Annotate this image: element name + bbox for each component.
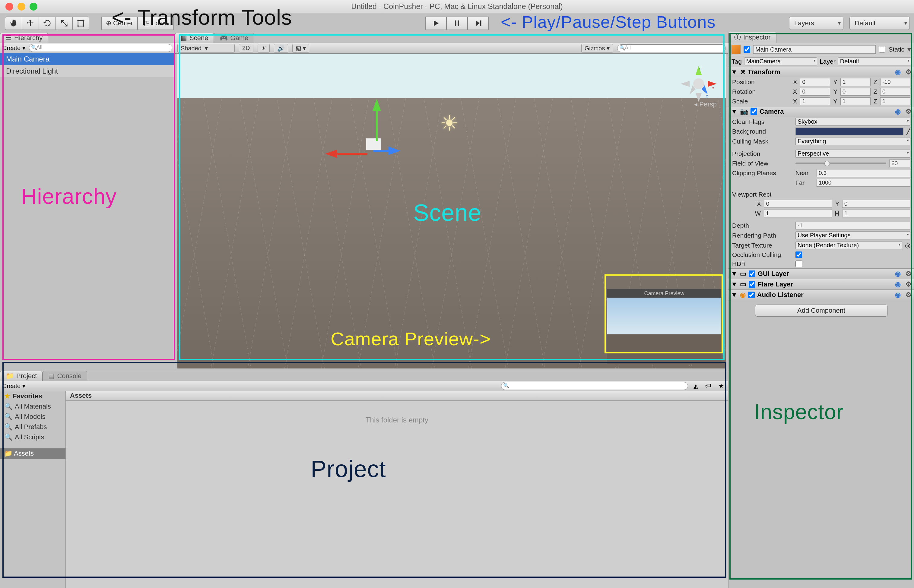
- scene-fx-toggle[interactable]: ▧ ▾: [292, 44, 309, 53]
- light-gizmo-icon[interactable]: ☀: [440, 111, 459, 136]
- hierarchy-search-input[interactable]: All: [29, 44, 172, 52]
- projection-label[interactable]: ◂ Persp: [694, 100, 717, 108]
- scene-tab[interactable]: ▦Scene: [175, 33, 214, 43]
- viewport-h-field[interactable]: [842, 210, 911, 217]
- hierarchy-tab[interactable]: ☰Hierarchy: [0, 33, 48, 43]
- near-clip-field[interactable]: [817, 169, 911, 177]
- rotation-z-field[interactable]: [880, 88, 911, 95]
- orientation-gizmo[interactable]: y x z: [681, 66, 717, 102]
- play-button[interactable]: [425, 16, 446, 30]
- search-filter-icon[interactable]: ◭: [692, 382, 700, 389]
- static-dropdown-icon[interactable]: ▾: [908, 45, 911, 54]
- depth-field[interactable]: [796, 221, 911, 229]
- hierarchy-item-directional-light[interactable]: Directional Light: [0, 65, 175, 77]
- project-search-input[interactable]: [501, 382, 688, 390]
- gizmos-dropdown[interactable]: Gizmos ▾: [581, 44, 613, 53]
- fav-all-prefabs[interactable]: 🔍All Prefabs: [0, 422, 65, 432]
- gear-icon[interactable]: ⚙: [906, 280, 912, 288]
- flare-layer-checkbox[interactable]: [749, 281, 755, 288]
- scene-audio-toggle[interactable]: 🔊: [274, 44, 288, 53]
- pivot-center-button[interactable]: ⊕ Center: [101, 16, 138, 30]
- pause-button[interactable]: [446, 16, 468, 30]
- hierarchy-create-dropdown[interactable]: Create ▾: [2, 44, 25, 52]
- far-clip-field[interactable]: [817, 179, 911, 187]
- help-icon[interactable]: ◉: [895, 291, 901, 299]
- viewport-x-field[interactable]: [764, 200, 832, 208]
- hand-tool-button[interactable]: [5, 16, 22, 30]
- help-icon[interactable]: ◉: [895, 108, 901, 115]
- occlusion-checkbox[interactable]: [796, 252, 802, 258]
- gear-icon[interactable]: ⚙: [906, 270, 912, 278]
- rotation-y-field[interactable]: [840, 88, 870, 95]
- scene-light-toggle[interactable]: ☀: [257, 44, 270, 53]
- help-icon[interactable]: ◉: [895, 280, 901, 288]
- gear-icon[interactable]: ⚙: [906, 291, 912, 299]
- fov-field[interactable]: [889, 160, 911, 167]
- project-breadcrumb[interactable]: Assets: [66, 391, 728, 401]
- layout-dropdown[interactable]: Default: [849, 16, 910, 30]
- favorites-header[interactable]: ★Favorites: [0, 391, 65, 401]
- fav-all-models[interactable]: 🔍All Models: [0, 412, 65, 422]
- eyedropper-icon[interactable]: ╱: [906, 128, 911, 135]
- hdr-checkbox[interactable]: [796, 260, 802, 267]
- help-icon[interactable]: ◉: [895, 270, 901, 278]
- object-picker-icon[interactable]: ◎: [905, 242, 911, 249]
- projection-dropdown[interactable]: Perspective: [796, 150, 911, 158]
- viewport-y-field[interactable]: [842, 200, 911, 208]
- gui-layer-checkbox[interactable]: [749, 270, 755, 277]
- camera-enable-checkbox[interactable]: [751, 108, 757, 115]
- viewport-w-field[interactable]: [764, 210, 832, 217]
- scene-2d-toggle[interactable]: 2D: [239, 44, 253, 52]
- disclosure-icon[interactable]: ▼: [731, 291, 738, 299]
- disclosure-icon[interactable]: ▼: [731, 108, 738, 115]
- gear-icon[interactable]: ⚙: [906, 108, 912, 115]
- gameobject-name-field[interactable]: [753, 45, 876, 54]
- audio-listener-checkbox[interactable]: [748, 292, 755, 298]
- layers-dropdown[interactable]: Layers: [789, 16, 843, 30]
- position-y-field[interactable]: [840, 78, 870, 86]
- move-tool-button[interactable]: [22, 16, 39, 30]
- scene-view[interactable]: ☀ y x z ◂ Persp: [177, 54, 726, 368]
- target-texture-field[interactable]: None (Render Texture): [796, 241, 902, 249]
- project-tab[interactable]: 📁Project: [0, 371, 42, 381]
- assets-folder[interactable]: 📁 Assets: [0, 448, 65, 459]
- game-tab[interactable]: 🎮Game: [214, 33, 254, 43]
- position-z-field[interactable]: [880, 78, 911, 86]
- scale-x-field[interactable]: [800, 97, 830, 105]
- pivot-local-button[interactable]: ◳ Local: [138, 16, 174, 30]
- scale-y-field[interactable]: [840, 97, 870, 105]
- position-x-field[interactable]: [800, 78, 830, 86]
- rendering-path-dropdown[interactable]: Use Player Settings: [796, 231, 911, 239]
- culling-mask-dropdown[interactable]: Everything: [796, 137, 911, 145]
- gear-icon[interactable]: ⚙: [906, 68, 912, 76]
- disclosure-icon[interactable]: ▼: [731, 270, 738, 278]
- search-save-icon[interactable]: ★: [717, 382, 726, 389]
- rotation-x-field[interactable]: [800, 88, 830, 95]
- console-tab[interactable]: ▤Console: [42, 371, 87, 381]
- rotate-tool-button[interactable]: [39, 16, 55, 30]
- fov-slider[interactable]: [796, 163, 886, 164]
- project-create-dropdown[interactable]: Create ▾: [2, 382, 25, 389]
- y-axis-handle[interactable]: [372, 99, 381, 111]
- static-checkbox[interactable]: [879, 46, 885, 53]
- z-axis-handle[interactable]: [388, 147, 401, 155]
- disclosure-icon[interactable]: ▼: [731, 280, 738, 288]
- search-label-icon[interactable]: 🏷: [704, 382, 713, 389]
- tag-dropdown[interactable]: MainCamera: [744, 57, 817, 65]
- background-color-field[interactable]: [796, 128, 903, 136]
- add-component-button[interactable]: Add Component: [755, 305, 888, 317]
- layer-dropdown[interactable]: Default: [838, 57, 911, 65]
- scale-tool-button[interactable]: [55, 16, 73, 30]
- fav-all-materials[interactable]: 🔍All Materials: [0, 401, 65, 412]
- gameobject-active-checkbox[interactable]: [744, 46, 750, 53]
- inspector-tab[interactable]: ⓘInspector: [728, 32, 776, 43]
- x-axis-handle[interactable]: [325, 150, 337, 158]
- rect-tool-button[interactable]: [73, 16, 89, 30]
- hierarchy-item-main-camera[interactable]: Main Camera: [0, 53, 175, 65]
- scene-search-input[interactable]: All: [617, 44, 726, 52]
- clear-flags-dropdown[interactable]: Skybox: [796, 118, 911, 126]
- disclosure-icon[interactable]: ▼: [731, 68, 738, 76]
- shading-dropdown[interactable]: Shaded ▾: [177, 44, 235, 53]
- help-icon[interactable]: ◉: [895, 68, 901, 76]
- fav-all-scripts[interactable]: 🔍All Scripts: [0, 432, 65, 443]
